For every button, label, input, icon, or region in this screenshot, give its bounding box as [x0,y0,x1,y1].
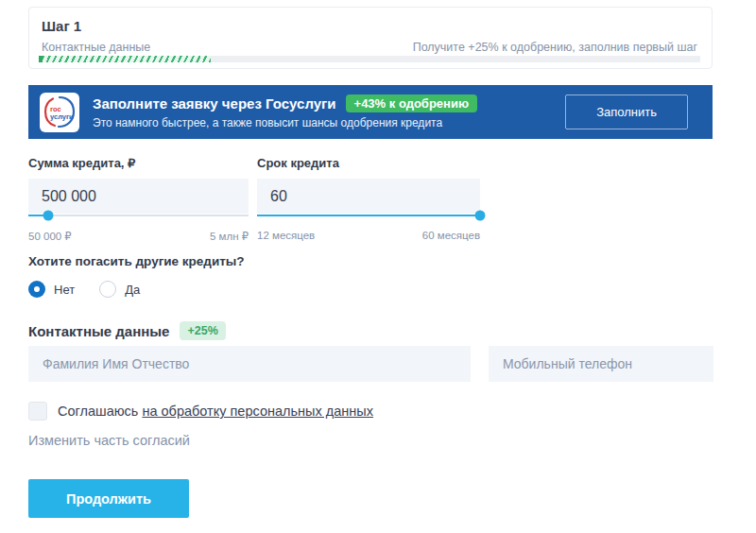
term-input[interactable] [257,179,480,214]
term-slider-handle[interactable] [475,211,486,221]
step-card: Шаг 1 Контактные данные Получите +25% к … [28,7,713,69]
consent-checkbox[interactable] [28,402,47,421]
contacts-header: Контактные данные +25% [28,321,226,340]
change-consents-link[interactable]: Изменить часть согласий [28,433,190,448]
banner-subtitle: Это намного быстрее, а также повысит шан… [93,116,477,129]
contacts-title: Контактные данные [28,323,169,339]
radio-no-label: Нет [54,283,75,297]
consent-row: Соглашаюсь на обработку персональных дан… [28,402,373,421]
term-label: Срок кредита [257,156,480,170]
phone-input[interactable] [489,346,713,382]
term-slider[interactable] [257,214,480,223]
radio-option-yes[interactable]: Да [99,281,140,298]
fullname-input[interactable] [28,346,471,382]
loan-application-page: Шаг 1 Контактные данные Получите +25% к … [0,0,756,533]
refinance-group: Хотите погасить другие кредиты? Нет Да [28,254,245,298]
amount-input[interactable] [28,179,249,214]
refinance-question: Хотите погасить другие кредиты? [28,254,245,268]
gosuslugi-logo-icon: гос услуги [40,93,79,132]
continue-button[interactable]: Продолжить [28,479,189,518]
term-min-label: 12 месяцев [257,230,315,241]
amount-slider[interactable] [28,214,249,223]
consent-link[interactable]: на обработку персональных данных [142,404,373,419]
consent-prefix: Соглашаюсь [58,404,142,419]
step-subtitle: Контактные данные [42,41,150,54]
term-slider-fill [257,215,480,216]
amount-max-label: 5 млн ₽ [210,230,249,243]
amount-slider-handle[interactable] [43,211,53,221]
step-title: Шаг 1 [42,18,81,34]
radio-option-no[interactable]: Нет [28,281,75,298]
amount-label: Сумма кредита, ₽ [28,156,249,170]
consent-text: Соглашаюсь на обработку персональных дан… [58,404,373,419]
term-max-label: 60 месяцев [422,230,480,241]
progress-bar [39,56,700,62]
amount-slider-track [28,215,249,216]
approval-badge: +43% к одобрению [346,95,477,112]
term-field-group: Срок кредита 12 месяцев 60 месяцев [257,156,480,241]
banner-title: Заполните заявку через Госуслуги [93,95,336,112]
approval-hint: Получите +25% к одобрению, заполнив перв… [413,41,697,54]
progress-bar-fill [39,56,211,62]
radio-unselected-icon[interactable] [99,281,116,298]
amount-min-label: 50 000 ₽ [28,230,72,243]
gosuslugi-banner: гос услуги Заполните заявку через Госусл… [28,85,713,139]
svg-text:услуги: услуги [50,112,74,120]
radio-yes-label: Да [125,283,140,297]
amount-field-group: Сумма кредита, ₽ 50 000 ₽ 5 млн ₽ [28,156,249,243]
radio-selected-icon[interactable] [28,281,45,298]
banner-text: Заполните заявку через Госуслуги +43% к … [93,95,477,129]
contacts-bonus-badge: +25% [180,321,225,340]
gosuslugi-fill-button[interactable]: Заполнить [565,95,688,129]
